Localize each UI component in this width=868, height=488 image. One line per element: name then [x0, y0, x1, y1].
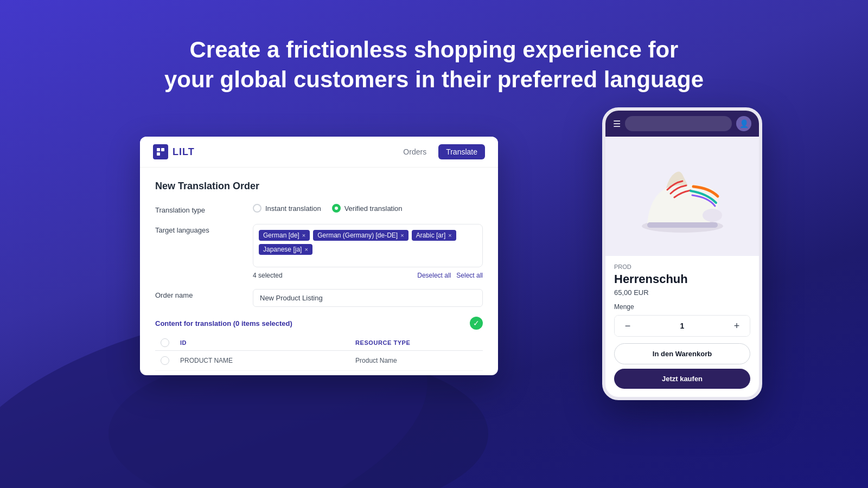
remove-de-icon[interactable]: ×: [302, 232, 305, 239]
verified-translation-label: Verified translation: [344, 204, 403, 213]
instant-radio[interactable]: [253, 204, 261, 213]
lilt-logo-icon: [153, 144, 168, 159]
tags-actions: Deselect all Select all: [417, 272, 483, 279]
orders-nav-link[interactable]: Orders: [395, 144, 434, 159]
phone-search-bar[interactable]: [625, 116, 732, 131]
panel-header: LILT Orders Translate: [140, 137, 498, 168]
content-section-title: Content for translation (0 items selecte…: [155, 319, 292, 328]
svg-rect-5: [647, 222, 718, 228]
row-1-id: PRODUCT NAME: [175, 351, 350, 371]
svg-rect-1: [161, 148, 164, 151]
row-2-id: PRODUCT DESCRIPTION: [175, 371, 350, 376]
table-row: PRODUCT DESCRIPTION Product Description: [155, 371, 483, 376]
quantity-decrease-button[interactable]: −: [615, 316, 641, 336]
quantity-value: 1: [641, 322, 724, 330]
translation-type-label: Translation type: [155, 204, 253, 214]
panel-nav: Orders Translate: [395, 144, 485, 159]
lilt-logo: LILT: [153, 144, 195, 159]
remove-ar-icon[interactable]: ×: [448, 232, 451, 239]
lang-tag-de: German [de] ×: [259, 230, 310, 241]
select-all-link[interactable]: Select all: [456, 272, 483, 279]
language-tags: German [de] × German (Germany) [de-DE] ×…: [259, 230, 477, 255]
instant-translation-label: Instant translation: [265, 204, 321, 213]
confirm-icon[interactable]: ✓: [470, 317, 483, 330]
table-header-checkbox: [155, 335, 175, 351]
buy-now-button[interactable]: Jetzt kaufen: [614, 369, 750, 389]
language-tags-area[interactable]: German [de] × German (Germany) [de-DE] ×…: [253, 224, 483, 267]
order-name-content: [253, 289, 483, 307]
quantity-control: − 1 +: [614, 315, 750, 337]
translate-nav-link[interactable]: Translate: [438, 144, 485, 159]
hamburger-icon[interactable]: ☰: [613, 119, 621, 129]
tags-footer: 4 selected Deselect all Select all: [253, 272, 483, 279]
deselect-all-link[interactable]: Deselect all: [417, 272, 451, 279]
select-all-checkbox[interactable]: [161, 338, 169, 347]
product-image-area: [605, 137, 759, 256]
target-languages-row: Target languages German [de] × German (G…: [155, 224, 483, 279]
quantity-label: Menge: [614, 303, 750, 311]
row-1-resource-type: Product Name: [350, 351, 483, 371]
content-section-header: Content for translation (0 items selecte…: [155, 317, 483, 330]
table-row: PRODUCT NAME Product Name: [155, 351, 483, 371]
panel-body: New Translation Order Translation type I…: [140, 168, 498, 375]
phone-mockup: ☰ 👤 PROD: [602, 107, 762, 400]
product-price: 65,00 EUR: [614, 288, 750, 297]
panel-title: New Translation Order: [155, 181, 483, 192]
target-languages-label: Target languages: [155, 224, 253, 234]
target-languages-content: German [de] × German (Germany) [de-DE] ×…: [253, 224, 483, 279]
order-name-input[interactable]: [253, 289, 483, 307]
row-1-checkbox[interactable]: [161, 356, 169, 365]
svg-rect-0: [157, 148, 160, 151]
table-header-id: ID: [175, 335, 350, 351]
table-header-resource-type: RESOURCE TYPE: [350, 335, 483, 351]
content-section: Content for translation (0 items selecte…: [155, 317, 483, 375]
verified-translation-option[interactable]: Verified translation: [332, 204, 403, 213]
order-name-row: Order name: [155, 289, 483, 307]
user-avatar-icon[interactable]: 👤: [736, 116, 751, 131]
row-checkbox-cell: [155, 371, 175, 376]
remove-de-de-icon[interactable]: ×: [400, 232, 404, 239]
quantity-increase-button[interactable]: +: [724, 316, 750, 336]
phone-product-info: PROD Herrenschuh 65,00 EUR Menge − 1 + I…: [605, 256, 759, 396]
sneaker-illustration: [628, 153, 737, 240]
phone-status-bar: ☰ 👤: [605, 111, 759, 137]
dashboard-panel: LILT Orders Translate New Translation Or…: [140, 137, 498, 375]
lang-tag-de-de: German (Germany) [de-DE] ×: [313, 230, 408, 241]
row-checkbox-cell: [155, 351, 175, 371]
content-table: ID RESOURCE TYPE PRODUCT NAME Product Na…: [155, 335, 483, 375]
row-2-resource-type: Product Description: [350, 371, 483, 376]
product-name: Herrenschuh: [614, 272, 750, 286]
verified-radio[interactable]: [332, 204, 341, 213]
lang-tag-ja: Japanese [ja] ×: [259, 244, 312, 255]
translation-type-row: Translation type Instant translation Ver…: [155, 204, 483, 214]
svg-rect-2: [157, 152, 160, 156]
order-name-label: Order name: [155, 289, 253, 299]
selected-count: 4 selected: [253, 272, 283, 279]
translation-type-options: Instant translation Verified translation: [253, 204, 483, 213]
product-badge: PROD: [614, 264, 750, 270]
hero-title: Create a frictionless shopping experienc…: [0, 35, 868, 94]
instant-translation-option[interactable]: Instant translation: [253, 204, 321, 213]
svg-point-4: [703, 209, 722, 222]
lilt-logo-text: LILT: [173, 146, 195, 158]
lang-tag-ar: Arabic [ar] ×: [412, 230, 456, 241]
add-to-cart-button[interactable]: In den Warenkorb: [614, 343, 750, 364]
remove-ja-icon[interactable]: ×: [304, 246, 308, 253]
